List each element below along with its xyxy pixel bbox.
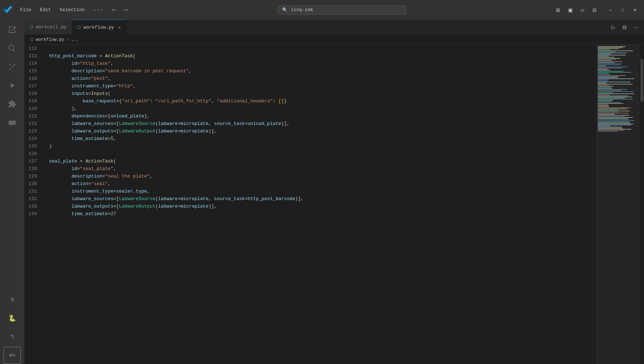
- layout-button-4[interactable]: ⊟: [590, 6, 600, 14]
- minimap-line: [598, 104, 608, 105]
- menu-selection[interactable]: Selection: [56, 6, 88, 14]
- run-button[interactable]: ▷: [609, 23, 618, 31]
- minimize-button[interactable]: ─: [605, 5, 616, 15]
- minimap-line: [598, 54, 611, 54]
- tab-workflow-icon: ⬡: [77, 25, 81, 30]
- line-number: 124: [24, 135, 41, 142]
- minimap-line: [598, 72, 631, 73]
- minimap-line: [598, 93, 634, 94]
- minimap-line: [598, 73, 609, 74]
- svg-rect-3: [9, 121, 16, 125]
- code-line: id="http_task",: [49, 60, 597, 67]
- activity-item-source-control[interactable]: [4, 58, 21, 76]
- more-actions-button[interactable]: ···: [631, 23, 641, 31]
- line-number: 125: [24, 142, 41, 150]
- svg-point-0: [9, 68, 11, 70]
- layout-button-1[interactable]: ⊞: [553, 6, 563, 14]
- minimap-line: [598, 61, 622, 62]
- code-editor[interactable]: 1121131141151161171181191201211221231241…: [24, 45, 644, 364]
- search-input-wrap[interactable]: 🔍 linq-sdk: [277, 5, 406, 15]
- line-number: 131: [24, 188, 41, 195]
- minimap-line: [598, 111, 630, 111]
- window-controls: ─ □ ✕: [605, 5, 641, 15]
- code-line: labware_sources=[LabwareSource(labware=m…: [49, 120, 597, 127]
- minimap-line: [598, 106, 609, 107]
- tab-workcell[interactable]: ⬡ workcell.py: [24, 20, 72, 34]
- line-number: 122: [24, 120, 41, 127]
- code-line: time_estimate=5,: [49, 135, 597, 142]
- minimap-content: [597, 45, 640, 364]
- minimap-line: [598, 102, 621, 103]
- menu-edit[interactable]: Edit: [36, 6, 54, 14]
- code-line: instrument_type=sealer.type,: [49, 188, 597, 195]
- line-number: 123: [24, 127, 41, 135]
- menu-file[interactable]: File: [16, 6, 35, 14]
- minimap-line: [598, 84, 633, 84]
- layout-button-2[interactable]: ▣: [565, 6, 576, 14]
- maximize-button[interactable]: □: [617, 5, 628, 15]
- activity-item-explorer[interactable]: [4, 21, 21, 38]
- minimap-line: [598, 69, 607, 69]
- minimap-line: [598, 110, 619, 110]
- search-text: linq-sdk: [291, 7, 402, 13]
- activity-item-extensions[interactable]: [4, 96, 21, 113]
- minimap-line: [598, 131, 618, 132]
- svg-point-2: [9, 64, 11, 65]
- minimap-line: [598, 74, 610, 75]
- minimap-line: [598, 127, 622, 127]
- main-layout: ⚗ 🐍 ↰ API ⬡ workcell.py ⬡ workflow.py ✕ …: [0, 20, 644, 364]
- minimap-line: [598, 77, 617, 78]
- activity-item-branch[interactable]: ↰: [4, 328, 21, 345]
- minimap-line: [598, 88, 612, 89]
- tab-workflow[interactable]: ⬡ workflow.py ✕: [72, 20, 127, 34]
- activity-item-python[interactable]: 🐍: [4, 310, 21, 327]
- breadcrumb-rest[interactable]: ...: [71, 37, 79, 42]
- minimap-line: [598, 89, 627, 90]
- activity-bar: ⚗ 🐍 ↰ API: [0, 20, 24, 364]
- menu-more[interactable]: ···: [90, 5, 106, 15]
- minimap-line: [598, 113, 629, 113]
- breadcrumb-sep: ›: [66, 37, 69, 42]
- activity-item-run-debug[interactable]: [4, 77, 21, 94]
- line-number: 118: [24, 90, 41, 97]
- code-line: action="seal",: [49, 180, 597, 188]
- nav-back-button[interactable]: ←: [109, 5, 119, 15]
- minimap-line: [598, 121, 630, 122]
- minimap-line: [598, 92, 613, 93]
- minimap-line: [598, 128, 623, 128]
- minimap-line: [598, 101, 611, 102]
- line-number: 113: [24, 52, 41, 60]
- minimap-line: [598, 129, 631, 130]
- minimap-line: [598, 98, 625, 98]
- line-number: 116: [24, 75, 41, 82]
- minimap-line: [598, 100, 613, 101]
- breadcrumb-file[interactable]: workflow.py: [36, 37, 64, 42]
- activity-item-api[interactable]: API: [4, 347, 21, 364]
- code-line: labware_sources=[LabwareSource(labware=m…: [49, 195, 597, 203]
- minimap-line: [598, 59, 616, 60]
- minimap-line: [598, 86, 614, 87]
- close-button[interactable]: ✕: [629, 5, 641, 15]
- activity-item-search[interactable]: [4, 40, 21, 57]
- minimap-line: [598, 83, 606, 83]
- minimap-line: [598, 81, 608, 81]
- tab-workcell-label: workcell.py: [36, 24, 67, 30]
- scrollbar-track[interactable]: [640, 45, 644, 364]
- activity-item-flask[interactable]: ⚗: [4, 291, 21, 308]
- activity-item-remote[interactable]: [4, 114, 21, 131]
- minimap-line: [598, 130, 624, 131]
- code-content[interactable]: http_post_barcode = ActionTask( id="http…: [44, 45, 597, 364]
- minimap-line: [598, 78, 634, 79]
- nav-forward-button[interactable]: →: [120, 5, 131, 15]
- line-number: 117: [24, 82, 41, 90]
- scrollbar-thumb[interactable]: [640, 59, 643, 102]
- code-line: [49, 45, 597, 52]
- minimap-line: [598, 108, 628, 109]
- split-button[interactable]: ⊟: [620, 23, 630, 31]
- tab-bar: ⬡ workcell.py ⬡ workflow.py ✕ ▷ ⊟ ···: [24, 20, 644, 35]
- tab-workflow-close[interactable]: ✕: [117, 24, 121, 31]
- minimap-line: [598, 48, 619, 49]
- code-line: [49, 150, 597, 157]
- layout-button-3[interactable]: ▱: [578, 6, 587, 14]
- minimap-line: [598, 68, 622, 68]
